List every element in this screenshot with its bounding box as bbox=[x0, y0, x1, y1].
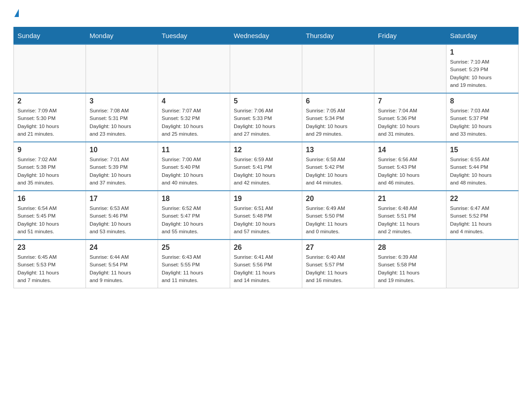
day-info: Sunrise: 6:53 AM Sunset: 5:46 PM Dayligh… bbox=[90, 205, 154, 235]
day-info: Sunrise: 6:54 AM Sunset: 5:45 PM Dayligh… bbox=[17, 205, 82, 235]
calendar-cell: 3Sunrise: 7:08 AM Sunset: 5:31 PM Daylig… bbox=[86, 93, 158, 142]
calendar-cell bbox=[374, 44, 446, 93]
day-header-friday: Friday bbox=[374, 27, 446, 45]
calendar-cell: 21Sunrise: 6:48 AM Sunset: 5:51 PM Dayli… bbox=[374, 191, 446, 240]
day-info: Sunrise: 7:10 AM Sunset: 5:29 PM Dayligh… bbox=[450, 58, 515, 89]
day-info: Sunrise: 7:01 AM Sunset: 5:39 PM Dayligh… bbox=[90, 156, 154, 187]
calendar-cell: 26Sunrise: 6:41 AM Sunset: 5:56 PM Dayli… bbox=[230, 240, 302, 288]
day-number: 5 bbox=[234, 97, 298, 105]
day-header-thursday: Thursday bbox=[302, 27, 374, 45]
day-number: 7 bbox=[378, 97, 442, 105]
day-number: 23 bbox=[17, 244, 82, 252]
calendar-cell: 19Sunrise: 6:51 AM Sunset: 5:48 PM Dayli… bbox=[230, 191, 302, 240]
calendar-cell: 13Sunrise: 6:58 AM Sunset: 5:42 PM Dayli… bbox=[302, 142, 374, 191]
day-info: Sunrise: 6:52 AM Sunset: 5:47 PM Dayligh… bbox=[162, 205, 226, 235]
calendar-cell: 11Sunrise: 7:00 AM Sunset: 5:40 PM Dayli… bbox=[158, 142, 230, 191]
day-header-wednesday: Wednesday bbox=[230, 27, 302, 45]
day-number: 25 bbox=[162, 244, 226, 252]
page-header bbox=[13, 9, 519, 18]
calendar-table: SundayMondayTuesdayWednesdayThursdayFrid… bbox=[13, 27, 519, 288]
day-header-sunday: Sunday bbox=[14, 27, 86, 45]
day-number: 20 bbox=[306, 195, 370, 203]
day-info: Sunrise: 6:49 AM Sunset: 5:50 PM Dayligh… bbox=[306, 205, 370, 235]
week-row-2: 2Sunrise: 7:09 AM Sunset: 5:30 PM Daylig… bbox=[14, 93, 519, 142]
calendar-cell bbox=[230, 44, 302, 93]
day-number: 2 bbox=[17, 97, 82, 105]
day-info: Sunrise: 6:47 AM Sunset: 5:52 PM Dayligh… bbox=[450, 205, 515, 235]
header-row: SundayMondayTuesdayWednesdayThursdayFrid… bbox=[14, 27, 519, 45]
calendar-cell: 24Sunrise: 6:44 AM Sunset: 5:54 PM Dayli… bbox=[86, 240, 158, 288]
day-info: Sunrise: 7:05 AM Sunset: 5:34 PM Dayligh… bbox=[306, 107, 370, 138]
day-info: Sunrise: 7:07 AM Sunset: 5:32 PM Dayligh… bbox=[162, 107, 226, 138]
day-number: 14 bbox=[378, 146, 442, 154]
calendar-cell: 20Sunrise: 6:49 AM Sunset: 5:50 PM Dayli… bbox=[302, 191, 374, 240]
day-info: Sunrise: 6:43 AM Sunset: 5:55 PM Dayligh… bbox=[162, 253, 226, 284]
day-header-saturday: Saturday bbox=[446, 27, 519, 45]
day-info: Sunrise: 6:39 AM Sunset: 5:58 PM Dayligh… bbox=[378, 253, 442, 284]
day-info: Sunrise: 6:55 AM Sunset: 5:44 PM Dayligh… bbox=[450, 156, 515, 187]
logo bbox=[13, 9, 19, 18]
day-info: Sunrise: 6:58 AM Sunset: 5:42 PM Dayligh… bbox=[306, 156, 370, 187]
day-number: 17 bbox=[90, 195, 154, 203]
calendar-cell: 15Sunrise: 6:55 AM Sunset: 5:44 PM Dayli… bbox=[446, 142, 519, 191]
day-number: 24 bbox=[90, 244, 154, 252]
calendar-cell: 9Sunrise: 7:02 AM Sunset: 5:38 PM Daylig… bbox=[14, 142, 86, 191]
calendar-cell: 22Sunrise: 6:47 AM Sunset: 5:52 PM Dayli… bbox=[446, 191, 519, 240]
calendar-cell bbox=[158, 44, 230, 93]
day-number: 19 bbox=[234, 195, 298, 203]
calendar-cell: 2Sunrise: 7:09 AM Sunset: 5:30 PM Daylig… bbox=[14, 93, 86, 142]
day-number: 10 bbox=[90, 146, 154, 154]
day-number: 3 bbox=[90, 97, 154, 105]
day-info: Sunrise: 6:59 AM Sunset: 5:41 PM Dayligh… bbox=[234, 156, 298, 187]
day-number: 8 bbox=[450, 97, 515, 105]
calendar-cell bbox=[446, 240, 519, 288]
calendar-cell: 10Sunrise: 7:01 AM Sunset: 5:39 PM Dayli… bbox=[86, 142, 158, 191]
day-number: 4 bbox=[162, 97, 226, 105]
day-number: 12 bbox=[234, 146, 298, 154]
day-info: Sunrise: 7:03 AM Sunset: 5:37 PM Dayligh… bbox=[450, 107, 515, 138]
day-info: Sunrise: 7:06 AM Sunset: 5:33 PM Dayligh… bbox=[234, 107, 298, 138]
day-number: 16 bbox=[17, 195, 82, 203]
calendar-cell: 1Sunrise: 7:10 AM Sunset: 5:29 PM Daylig… bbox=[446, 44, 519, 93]
calendar-cell: 14Sunrise: 6:56 AM Sunset: 5:43 PM Dayli… bbox=[374, 142, 446, 191]
day-info: Sunrise: 6:40 AM Sunset: 5:57 PM Dayligh… bbox=[306, 253, 370, 284]
day-number: 6 bbox=[306, 97, 370, 105]
calendar-cell: 8Sunrise: 7:03 AM Sunset: 5:37 PM Daylig… bbox=[446, 93, 519, 142]
week-row-4: 16Sunrise: 6:54 AM Sunset: 5:45 PM Dayli… bbox=[14, 191, 519, 240]
day-number: 9 bbox=[17, 146, 82, 154]
calendar-cell: 7Sunrise: 7:04 AM Sunset: 5:36 PM Daylig… bbox=[374, 93, 446, 142]
day-number: 13 bbox=[306, 146, 370, 154]
calendar-cell: 25Sunrise: 6:43 AM Sunset: 5:55 PM Dayli… bbox=[158, 240, 230, 288]
day-number: 22 bbox=[450, 195, 515, 203]
day-number: 26 bbox=[234, 244, 298, 252]
week-row-1: 1Sunrise: 7:10 AM Sunset: 5:29 PM Daylig… bbox=[14, 44, 519, 93]
calendar-cell bbox=[86, 44, 158, 93]
day-header-tuesday: Tuesday bbox=[158, 27, 230, 45]
calendar-cell: 6Sunrise: 7:05 AM Sunset: 5:34 PM Daylig… bbox=[302, 93, 374, 142]
day-info: Sunrise: 7:04 AM Sunset: 5:36 PM Dayligh… bbox=[378, 107, 442, 138]
calendar-cell: 23Sunrise: 6:45 AM Sunset: 5:53 PM Dayli… bbox=[14, 240, 86, 288]
day-number: 28 bbox=[378, 244, 442, 252]
calendar-cell: 18Sunrise: 6:52 AM Sunset: 5:47 PM Dayli… bbox=[158, 191, 230, 240]
day-number: 11 bbox=[162, 146, 226, 154]
day-number: 18 bbox=[162, 195, 226, 203]
day-info: Sunrise: 7:00 AM Sunset: 5:40 PM Dayligh… bbox=[162, 156, 226, 187]
calendar-cell: 16Sunrise: 6:54 AM Sunset: 5:45 PM Dayli… bbox=[14, 191, 86, 240]
day-header-monday: Monday bbox=[86, 27, 158, 45]
day-number: 21 bbox=[378, 195, 442, 203]
calendar-cell: 12Sunrise: 6:59 AM Sunset: 5:41 PM Dayli… bbox=[230, 142, 302, 191]
week-row-5: 23Sunrise: 6:45 AM Sunset: 5:53 PM Dayli… bbox=[14, 240, 519, 288]
day-info: Sunrise: 7:09 AM Sunset: 5:30 PM Dayligh… bbox=[17, 107, 82, 138]
day-info: Sunrise: 6:44 AM Sunset: 5:54 PM Dayligh… bbox=[90, 253, 154, 284]
day-number: 1 bbox=[450, 48, 515, 56]
day-info: Sunrise: 7:02 AM Sunset: 5:38 PM Dayligh… bbox=[17, 156, 82, 187]
day-info: Sunrise: 6:56 AM Sunset: 5:43 PM Dayligh… bbox=[378, 156, 442, 187]
day-info: Sunrise: 6:41 AM Sunset: 5:56 PM Dayligh… bbox=[234, 253, 298, 284]
day-number: 27 bbox=[306, 244, 370, 252]
calendar-cell: 4Sunrise: 7:07 AM Sunset: 5:32 PM Daylig… bbox=[158, 93, 230, 142]
calendar-cell: 5Sunrise: 7:06 AM Sunset: 5:33 PM Daylig… bbox=[230, 93, 302, 142]
day-info: Sunrise: 6:48 AM Sunset: 5:51 PM Dayligh… bbox=[378, 205, 442, 235]
calendar-cell: 17Sunrise: 6:53 AM Sunset: 5:46 PM Dayli… bbox=[86, 191, 158, 240]
day-number: 15 bbox=[450, 146, 515, 154]
day-info: Sunrise: 6:45 AM Sunset: 5:53 PM Dayligh… bbox=[17, 253, 82, 284]
